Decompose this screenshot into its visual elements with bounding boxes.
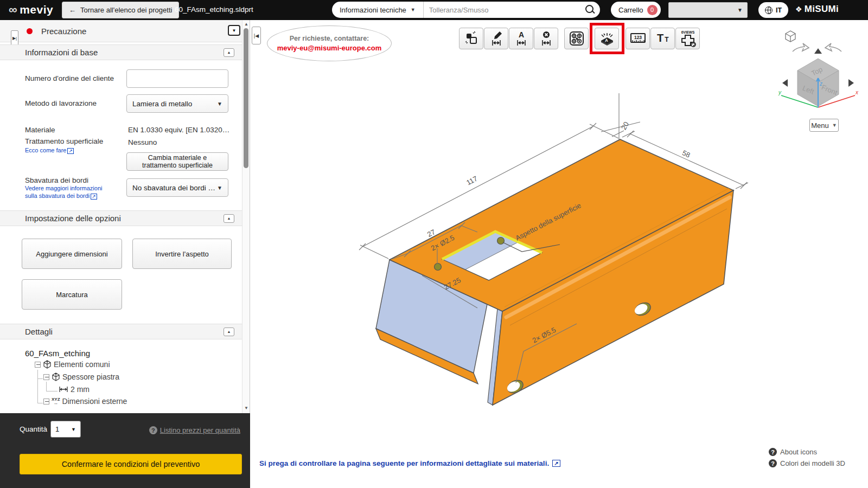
- scrollbar-thumb[interactable]: [244, 28, 248, 168]
- view-cube[interactable]: Top Left Front y x z: [757, 26, 860, 134]
- sidebar-expand-handle[interactable]: ▶|: [11, 30, 18, 46]
- scroll-down-icon[interactable]: ▼: [244, 406, 249, 410]
- material-label: Materiale: [25, 126, 55, 134]
- external-link-icon: ↗: [552, 460, 560, 467]
- about-icons-link[interactable]: ? About icons: [769, 448, 817, 456]
- alert-dot-icon: [27, 28, 33, 34]
- surface-treatment-label: Trattamento superficiale: [25, 137, 103, 145]
- chevron-down-icon: ▼: [217, 101, 222, 107]
- deburr-info-link-1[interactable]: Vedere maggiori informazioni: [25, 185, 102, 191]
- chevron-down-icon: ▼: [832, 123, 837, 128]
- quantity-label: Quantità: [20, 425, 47, 433]
- change-material-button[interactable]: Cambia materiale e trattamento superfici…: [126, 152, 228, 171]
- help-icon: ?: [149, 426, 157, 434]
- price-list-link[interactable]: ? Listino prezzi per quantità: [149, 426, 240, 434]
- project-select[interactable]: ▼: [668, 2, 748, 18]
- xyz-dimension-icon: XYZ↔: [52, 397, 60, 405]
- tree-collapse-box[interactable]: [35, 362, 41, 368]
- confirm-quote-button[interactable]: Confermare le condizioni del preventivo: [20, 454, 242, 474]
- tree-collapse-box[interactable]: [43, 374, 49, 380]
- dimension-20-label[interactable]: 20: [620, 120, 630, 131]
- tree-item-common-elements[interactable]: Elementi comuni: [35, 360, 110, 369]
- materials-info-link[interactable]: Si prega di controllare la pagina seguen…: [259, 459, 560, 467]
- dimension-117-label[interactable]: 117: [465, 175, 478, 187]
- external-link-icon: ↗: [67, 148, 74, 154]
- cube-icon: [52, 373, 60, 381]
- tree-item-external-dimensions[interactable]: XYZ↔ Dimensioni esterne: [43, 397, 127, 406]
- meviy-app: ∞ meviy ← Tornare all'elenco dei progett…: [0, 0, 868, 488]
- z-axis-label: z: [819, 81, 822, 87]
- rotate-left-arrow-icon[interactable]: [782, 79, 788, 87]
- order-number-label: Numero d'ordine del cliente: [25, 74, 114, 82]
- back-to-projects-button[interactable]: ← Tornare all'elenco dei progetti: [62, 2, 179, 18]
- external-link-icon: ↗: [91, 194, 97, 200]
- precaution-header: Precauzione: [0, 20, 242, 42]
- search-bar: Informazioni tecniche ▼: [332, 2, 600, 18]
- tree-root-node[interactable]: 60_FAsm_etching: [25, 349, 90, 358]
- language-button[interactable]: IT: [758, 2, 788, 18]
- sidebar-scrollbar[interactable]: ▲ ▼: [242, 20, 250, 413]
- rotate-left-icon[interactable]: [793, 43, 809, 52]
- cube-icon: [43, 360, 52, 369]
- basic-info-collapse-button[interactable]: ▲: [224, 48, 234, 57]
- quote-footer: Quantità 1 ▼ ? Listino prezzi per quanti…: [0, 413, 250, 488]
- search-input[interactable]: [424, 6, 583, 14]
- tree-connector: [38, 403, 43, 403]
- marking-button[interactable]: Marcatura: [22, 279, 122, 310]
- options-collapse-button[interactable]: ▲: [224, 214, 234, 223]
- meviy-logo[interactable]: ∞ meviy: [9, 3, 53, 17]
- cart-button[interactable]: Carrello 0: [611, 2, 661, 18]
- meviy-logo-icon: ∞: [9, 3, 17, 17]
- add-dimensions-button[interactable]: Aggiungere dimensioni: [22, 239, 122, 269]
- y-axis-label: y: [778, 89, 782, 95]
- basic-info-section-header: Informazioni di base ▲: [0, 44, 242, 60]
- deburr-select[interactable]: No sbavatura dei bordi … ▼: [126, 178, 228, 197]
- precaution-expand-button[interactable]: ▼: [228, 25, 240, 36]
- isometric-view-icon[interactable]: [786, 31, 795, 42]
- details-section-header: Dettagli ▲: [0, 324, 242, 339]
- x-axis-label: x: [855, 89, 859, 95]
- file-name: 60_FAsm_etching.sldprt: [175, 5, 253, 14]
- back-arrow-icon: ←: [69, 6, 76, 14]
- order-number-input[interactable]: [126, 69, 228, 88]
- globe-icon: [765, 7, 773, 14]
- options-section-header: Impostazione delle opzioni ▲: [0, 210, 242, 226]
- misumi-logo: ❖ MiSUMi: [795, 4, 839, 15]
- chevron-down-icon: ▼: [737, 7, 743, 13]
- tree-connector: [38, 378, 43, 379]
- rotate-right-arrow-icon[interactable]: [848, 79, 854, 87]
- help-icon: ?: [769, 448, 777, 456]
- quantity-select[interactable]: 1 ▼: [50, 421, 81, 438]
- misumi-logo-icon: ❖: [795, 5, 802, 14]
- invert-aspect-button[interactable]: Invertire l'aspetto: [132, 239, 232, 269]
- deburr-label: Sbavatura dei bordi: [25, 176, 88, 184]
- chevron-down-icon: ▼: [71, 427, 76, 432]
- details-collapse-button[interactable]: ▲: [224, 328, 234, 336]
- dimension-20[interactable]: [601, 93, 640, 141]
- tree-item-plate-thickness[interactable]: Spessore piastra: [43, 373, 119, 381]
- search-icon[interactable]: [583, 3, 597, 17]
- tree-item-thickness-value[interactable]: 2 mm: [59, 385, 90, 394]
- top-bar: ∞ meviy ← Tornare all'elenco dei progett…: [0, 0, 868, 20]
- how-to-link[interactable]: Ecco come fare↗: [25, 147, 74, 154]
- rotate-right-icon[interactable]: [825, 43, 841, 52]
- method-select[interactable]: Lamiera di metallo ▼: [126, 94, 228, 113]
- part-small-hole: [497, 237, 505, 245]
- model-colors-link[interactable]: ? Colori dei modelli 3D: [769, 459, 845, 467]
- rotate-up-icon[interactable]: [814, 48, 822, 54]
- chevron-down-icon: ▼: [217, 185, 222, 191]
- material-value: EN 1.0330 equiv. [EN 1.0320…: [128, 126, 229, 134]
- settings-sidebar: Precauzione ▼ ▶| Informazioni di base ▲ …: [0, 20, 250, 413]
- deburr-info-link-2[interactable]: sulla sbavatura dei bordi↗: [25, 192, 97, 200]
- tree-connector: [37, 370, 38, 403]
- tree-collapse-box[interactable]: [43, 399, 49, 404]
- tree-connector: [47, 391, 58, 391]
- viewer-canvas[interactable]: |◀ Per richieste, contattare: meviy-eu@m…: [251, 20, 868, 488]
- view-menu-button[interactable]: Menu ▼: [809, 119, 839, 132]
- help-icon: ?: [769, 459, 777, 467]
- part-small-hole: [435, 264, 442, 271]
- search-category-dropdown[interactable]: Informazioni tecniche ▼: [332, 2, 423, 18]
- scroll-up-icon[interactable]: ▲: [244, 22, 249, 27]
- method-label: Metodo di lavorazione: [25, 99, 97, 107]
- width-dimension-icon: [59, 386, 68, 393]
